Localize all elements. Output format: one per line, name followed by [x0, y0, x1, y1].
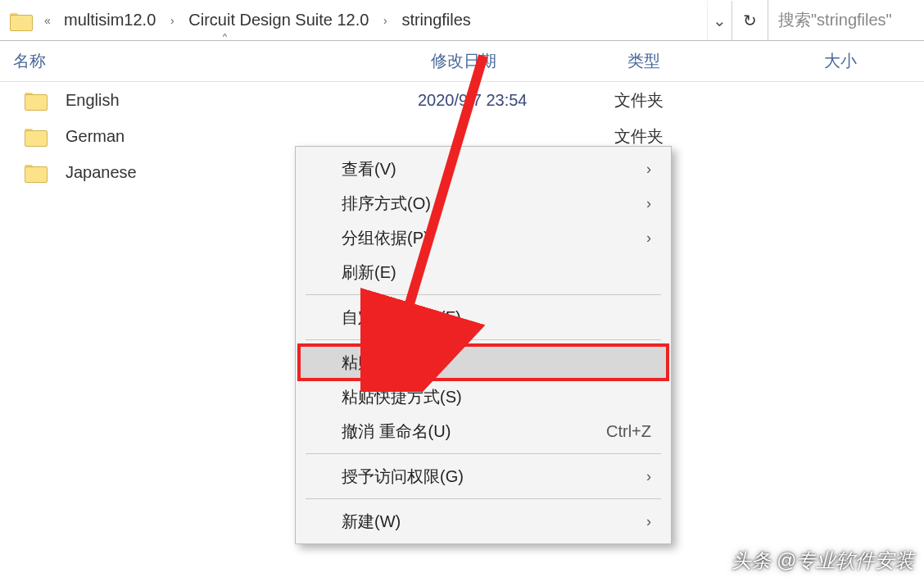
breadcrumb-prefix[interactable]: «	[39, 0, 56, 40]
menu-label: 刷新(E)	[342, 261, 396, 284]
file-name: English	[66, 91, 120, 110]
menu-group[interactable]: 分组依据(P)›	[299, 221, 668, 255]
context-menu: 查看(V)› 排序方式(O)› 分组依据(P)› 刷新(E) 自定义文件夹(F)…	[295, 146, 672, 544]
address-dropdown-button[interactable]: ⌄	[707, 1, 732, 40]
menu-view[interactable]: 查看(V)›	[299, 152, 668, 186]
menu-separator	[306, 453, 661, 454]
breadcrumb[interactable]: « multisim12.0 › Circuit Design Suite 12…	[0, 0, 768, 40]
menu-paste[interactable]: 粘贴(P)	[299, 345, 668, 380]
file-type: 文件夹	[614, 125, 811, 148]
column-name-label: 名称	[13, 50, 46, 72]
chevron-right-icon: ›	[646, 230, 651, 247]
file-name: German	[66, 127, 125, 146]
file-date: 2020/9/7 23:54	[418, 91, 614, 110]
sort-ascending-icon: ˄	[221, 31, 229, 49]
chevron-right-icon: ›	[646, 468, 651, 485]
folder-row[interactable]: English 2020/9/7 23:54 文件夹	[0, 82, 924, 118]
column-name[interactable]: 名称 ˄	[0, 41, 418, 81]
menu-label: 排序方式(O)	[342, 193, 431, 215]
menu-customize-folder[interactable]: 自定义文件夹(F)...	[299, 300, 668, 334]
breadcrumb-item-0[interactable]: multisim12.0	[56, 0, 164, 40]
menu-grant-access[interactable]: 授予访问权限(G)›	[299, 459, 668, 493]
file-name: Japanese	[66, 163, 137, 182]
menu-sort[interactable]: 排序方式(O)›	[299, 186, 668, 221]
menu-label: 查看(V)	[342, 158, 396, 180]
address-right-controls: ⌄ ↻	[707, 1, 768, 40]
menu-label: 自定义文件夹(F)...	[342, 307, 474, 329]
folder-icon	[25, 127, 46, 145]
column-date[interactable]: 修改日期	[418, 41, 614, 81]
watermark-text: 头条 @专业软件安装	[732, 548, 914, 574]
menu-label: 授予访问权限(G)	[342, 466, 464, 488]
menu-label: 分组依据(P)	[342, 227, 429, 249]
chevron-right-icon: ›	[646, 195, 651, 212]
menu-paste-shortcut[interactable]: 粘贴快捷方式(S)	[299, 380, 668, 414]
menu-label: 粘贴(P)	[342, 352, 396, 374]
file-type: 文件夹	[614, 89, 811, 111]
menu-separator	[306, 498, 661, 499]
column-size[interactable]: 大小	[811, 41, 870, 81]
folder-icon	[25, 163, 46, 181]
menu-refresh[interactable]: 刷新(E)	[299, 255, 668, 289]
chevron-right-icon: ›	[646, 513, 651, 530]
menu-separator	[306, 294, 661, 295]
address-bar: « multisim12.0 › Circuit Design Suite 12…	[0, 0, 924, 41]
chevron-right-icon[interactable]: ›	[377, 0, 393, 40]
breadcrumb-item-2[interactable]: stringfiles	[393, 0, 478, 40]
menu-shortcut: Ctrl+Z	[606, 422, 651, 441]
folder-icon	[10, 11, 31, 30]
breadcrumb-item-1[interactable]: Circuit Design Suite 12.0	[180, 0, 377, 40]
refresh-button[interactable]: ↻	[732, 1, 768, 40]
menu-label: 粘贴快捷方式(S)	[342, 386, 462, 408]
search-input[interactable]: 搜索"stringfiles"	[768, 1, 924, 40]
folder-icon	[25, 91, 46, 109]
menu-label: 撤消 重命名(U)	[342, 421, 451, 443]
chevron-right-icon: ›	[646, 161, 651, 178]
menu-undo-rename[interactable]: 撤消 重命名(U)Ctrl+Z	[299, 414, 668, 448]
column-headers: 名称 ˄ 修改日期 类型 大小	[0, 41, 924, 82]
menu-label: 新建(W)	[342, 511, 401, 533]
menu-new[interactable]: 新建(W)›	[299, 504, 668, 539]
menu-separator	[306, 339, 661, 340]
column-type[interactable]: 类型	[614, 41, 811, 81]
chevron-right-icon[interactable]: ›	[164, 0, 180, 40]
